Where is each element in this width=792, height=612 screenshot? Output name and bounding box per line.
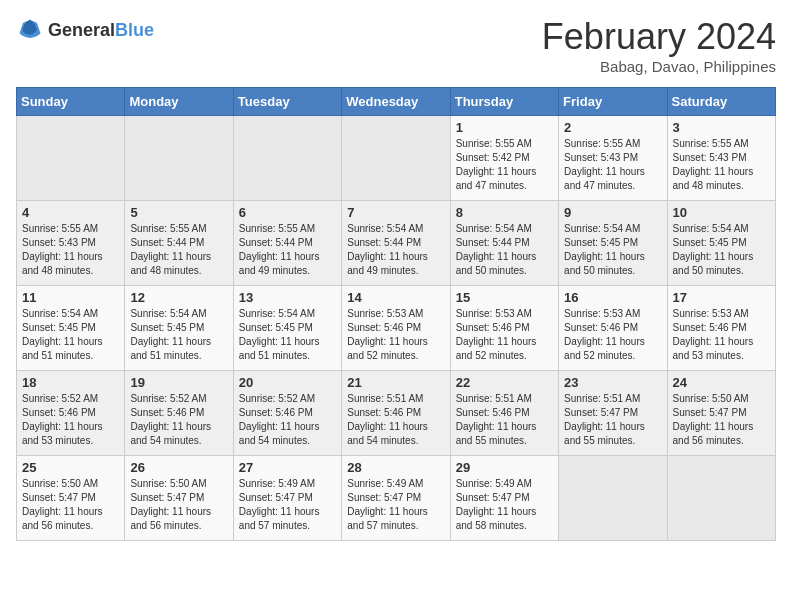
calendar-cell: 21Sunrise: 5:51 AMSunset: 5:46 PMDayligh… xyxy=(342,371,450,456)
day-number: 29 xyxy=(456,460,553,475)
title-area: February 2024 Babag, Davao, Philippines xyxy=(542,16,776,75)
cell-info: Sunrise: 5:51 AMSunset: 5:46 PMDaylight:… xyxy=(456,392,553,448)
header-wednesday: Wednesday xyxy=(342,88,450,116)
calendar-cell: 22Sunrise: 5:51 AMSunset: 5:46 PMDayligh… xyxy=(450,371,558,456)
cell-info: Sunrise: 5:52 AMSunset: 5:46 PMDaylight:… xyxy=(239,392,336,448)
cell-info: Sunrise: 5:49 AMSunset: 5:47 PMDaylight:… xyxy=(347,477,444,533)
day-number: 4 xyxy=(22,205,119,220)
calendar-cell: 28Sunrise: 5:49 AMSunset: 5:47 PMDayligh… xyxy=(342,456,450,541)
header-sunday: Sunday xyxy=(17,88,125,116)
day-number: 5 xyxy=(130,205,227,220)
calendar-cell: 26Sunrise: 5:50 AMSunset: 5:47 PMDayligh… xyxy=(125,456,233,541)
day-number: 17 xyxy=(673,290,770,305)
cell-info: Sunrise: 5:51 AMSunset: 5:46 PMDaylight:… xyxy=(347,392,444,448)
calendar-cell: 8Sunrise: 5:54 AMSunset: 5:44 PMDaylight… xyxy=(450,201,558,286)
cell-info: Sunrise: 5:50 AMSunset: 5:47 PMDaylight:… xyxy=(673,392,770,448)
calendar-cell: 17Sunrise: 5:53 AMSunset: 5:46 PMDayligh… xyxy=(667,286,775,371)
logo-icon xyxy=(16,16,44,44)
day-number: 22 xyxy=(456,375,553,390)
cell-info: Sunrise: 5:52 AMSunset: 5:46 PMDaylight:… xyxy=(22,392,119,448)
calendar-cell xyxy=(667,456,775,541)
header-row: Sunday Monday Tuesday Wednesday Thursday… xyxy=(17,88,776,116)
header-thursday: Thursday xyxy=(450,88,558,116)
cell-info: Sunrise: 5:49 AMSunset: 5:47 PMDaylight:… xyxy=(239,477,336,533)
day-number: 13 xyxy=(239,290,336,305)
calendar-cell: 3Sunrise: 5:55 AMSunset: 5:43 PMDaylight… xyxy=(667,116,775,201)
calendar-cell: 9Sunrise: 5:54 AMSunset: 5:45 PMDaylight… xyxy=(559,201,667,286)
calendar-cell: 4Sunrise: 5:55 AMSunset: 5:43 PMDaylight… xyxy=(17,201,125,286)
calendar-cell: 16Sunrise: 5:53 AMSunset: 5:46 PMDayligh… xyxy=(559,286,667,371)
day-number: 23 xyxy=(564,375,661,390)
day-number: 24 xyxy=(673,375,770,390)
cell-info: Sunrise: 5:55 AMSunset: 5:43 PMDaylight:… xyxy=(22,222,119,278)
calendar-cell: 11Sunrise: 5:54 AMSunset: 5:45 PMDayligh… xyxy=(17,286,125,371)
cell-info: Sunrise: 5:53 AMSunset: 5:46 PMDaylight:… xyxy=(564,307,661,363)
cell-info: Sunrise: 5:53 AMSunset: 5:46 PMDaylight:… xyxy=(456,307,553,363)
calendar-week-1: 1Sunrise: 5:55 AMSunset: 5:42 PMDaylight… xyxy=(17,116,776,201)
calendar-body: 1Sunrise: 5:55 AMSunset: 5:42 PMDaylight… xyxy=(17,116,776,541)
calendar-cell: 27Sunrise: 5:49 AMSunset: 5:47 PMDayligh… xyxy=(233,456,341,541)
calendar-header: Sunday Monday Tuesday Wednesday Thursday… xyxy=(17,88,776,116)
day-number: 26 xyxy=(130,460,227,475)
day-number: 7 xyxy=(347,205,444,220)
cell-info: Sunrise: 5:55 AMSunset: 5:43 PMDaylight:… xyxy=(673,137,770,193)
cell-info: Sunrise: 5:54 AMSunset: 5:44 PMDaylight:… xyxy=(347,222,444,278)
calendar-cell: 12Sunrise: 5:54 AMSunset: 5:45 PMDayligh… xyxy=(125,286,233,371)
day-number: 8 xyxy=(456,205,553,220)
logo-general: General xyxy=(48,20,115,41)
calendar-title: February 2024 xyxy=(542,16,776,58)
header-monday: Monday xyxy=(125,88,233,116)
cell-info: Sunrise: 5:50 AMSunset: 5:47 PMDaylight:… xyxy=(22,477,119,533)
day-number: 9 xyxy=(564,205,661,220)
calendar-cell: 10Sunrise: 5:54 AMSunset: 5:45 PMDayligh… xyxy=(667,201,775,286)
logo-blue: Blue xyxy=(115,20,154,41)
day-number: 15 xyxy=(456,290,553,305)
cell-info: Sunrise: 5:55 AMSunset: 5:43 PMDaylight:… xyxy=(564,137,661,193)
day-number: 18 xyxy=(22,375,119,390)
day-number: 3 xyxy=(673,120,770,135)
calendar-cell: 15Sunrise: 5:53 AMSunset: 5:46 PMDayligh… xyxy=(450,286,558,371)
calendar-week-4: 18Sunrise: 5:52 AMSunset: 5:46 PMDayligh… xyxy=(17,371,776,456)
day-number: 6 xyxy=(239,205,336,220)
cell-info: Sunrise: 5:55 AMSunset: 5:44 PMDaylight:… xyxy=(130,222,227,278)
calendar-week-3: 11Sunrise: 5:54 AMSunset: 5:45 PMDayligh… xyxy=(17,286,776,371)
day-number: 2 xyxy=(564,120,661,135)
calendar-cell xyxy=(125,116,233,201)
header-friday: Friday xyxy=(559,88,667,116)
logo: General Blue xyxy=(16,16,154,44)
cell-info: Sunrise: 5:51 AMSunset: 5:47 PMDaylight:… xyxy=(564,392,661,448)
page-header: General Blue February 2024 Babag, Davao,… xyxy=(16,16,776,75)
cell-info: Sunrise: 5:55 AMSunset: 5:42 PMDaylight:… xyxy=(456,137,553,193)
day-number: 28 xyxy=(347,460,444,475)
calendar-cell: 6Sunrise: 5:55 AMSunset: 5:44 PMDaylight… xyxy=(233,201,341,286)
cell-info: Sunrise: 5:54 AMSunset: 5:45 PMDaylight:… xyxy=(673,222,770,278)
cell-info: Sunrise: 5:53 AMSunset: 5:46 PMDaylight:… xyxy=(347,307,444,363)
cell-info: Sunrise: 5:54 AMSunset: 5:44 PMDaylight:… xyxy=(456,222,553,278)
cell-info: Sunrise: 5:52 AMSunset: 5:46 PMDaylight:… xyxy=(130,392,227,448)
day-number: 25 xyxy=(22,460,119,475)
calendar-cell: 24Sunrise: 5:50 AMSunset: 5:47 PMDayligh… xyxy=(667,371,775,456)
cell-info: Sunrise: 5:53 AMSunset: 5:46 PMDaylight:… xyxy=(673,307,770,363)
day-number: 16 xyxy=(564,290,661,305)
day-number: 27 xyxy=(239,460,336,475)
day-number: 12 xyxy=(130,290,227,305)
cell-info: Sunrise: 5:54 AMSunset: 5:45 PMDaylight:… xyxy=(239,307,336,363)
cell-info: Sunrise: 5:49 AMSunset: 5:47 PMDaylight:… xyxy=(456,477,553,533)
calendar-subtitle: Babag, Davao, Philippines xyxy=(542,58,776,75)
calendar-cell: 20Sunrise: 5:52 AMSunset: 5:46 PMDayligh… xyxy=(233,371,341,456)
day-number: 19 xyxy=(130,375,227,390)
calendar-week-2: 4Sunrise: 5:55 AMSunset: 5:43 PMDaylight… xyxy=(17,201,776,286)
calendar-cell xyxy=(342,116,450,201)
calendar-cell: 5Sunrise: 5:55 AMSunset: 5:44 PMDaylight… xyxy=(125,201,233,286)
day-number: 14 xyxy=(347,290,444,305)
day-number: 11 xyxy=(22,290,119,305)
header-tuesday: Tuesday xyxy=(233,88,341,116)
calendar-cell: 18Sunrise: 5:52 AMSunset: 5:46 PMDayligh… xyxy=(17,371,125,456)
day-number: 21 xyxy=(347,375,444,390)
calendar-cell: 29Sunrise: 5:49 AMSunset: 5:47 PMDayligh… xyxy=(450,456,558,541)
calendar-cell: 2Sunrise: 5:55 AMSunset: 5:43 PMDaylight… xyxy=(559,116,667,201)
calendar-cell: 14Sunrise: 5:53 AMSunset: 5:46 PMDayligh… xyxy=(342,286,450,371)
calendar-table: Sunday Monday Tuesday Wednesday Thursday… xyxy=(16,87,776,541)
calendar-cell xyxy=(233,116,341,201)
calendar-cell: 19Sunrise: 5:52 AMSunset: 5:46 PMDayligh… xyxy=(125,371,233,456)
